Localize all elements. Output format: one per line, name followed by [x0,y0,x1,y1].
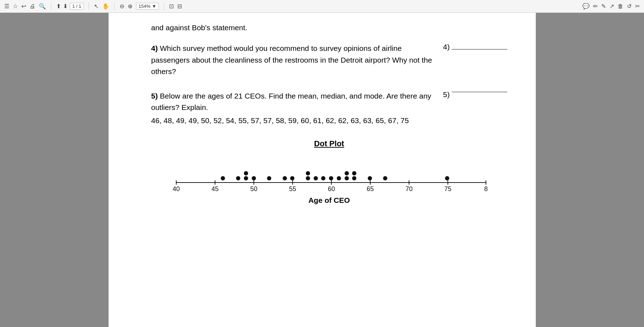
question-5-answer-area: 5) [436,90,507,99]
sep2 [89,3,89,10]
dotplot-title: Dot Plot [314,139,344,148]
toolbar-right: 💬 ✏ ✎ ↗ 🗑 ↺ ✂ [582,3,640,10]
dotplot-svg: 40 45 50 55 60 65 [166,157,493,192]
question-4-answer-area: 4) [436,43,507,51]
print-icon[interactable]: 🖨 [30,3,35,10]
dotplot-xlabel: Age of CEO [308,196,350,205]
question-5-line [452,92,507,92]
main-area: and against Bob's statement. 4) Which su… [0,13,644,327]
svg-text:60: 60 [328,185,335,192]
page-up-icon[interactable]: ⬆ [56,3,61,10]
dot-50 [252,176,256,180]
dot-54 [283,176,287,180]
dot-63a [352,176,356,180]
svg-text:40: 40 [172,185,179,192]
svg-text:75: 75 [444,185,451,192]
page-total: 1 [79,4,81,9]
dot-65 [368,176,372,180]
svg-text:50: 50 [250,185,257,192]
highlight-icon[interactable]: ✎ [601,3,606,10]
zoom-value: 154% [138,4,150,9]
dot-63b [352,171,356,175]
dot-58 [314,176,318,180]
menu-icon[interactable]: ☰ [4,3,9,10]
dot-57b [306,171,310,175]
dot-46 [221,176,225,180]
cursor-icon[interactable]: ↖ [94,3,99,10]
intro-text: and against Bob's statement. [151,23,507,32]
question-4-line [452,49,507,49]
page-nav: ⬆ ⬇ 1 / 1 [56,3,84,10]
sep1 [51,3,51,10]
zoom-selector[interactable]: 154% ▼ [136,3,159,10]
dotplot-chart: 40 45 50 55 60 65 [166,157,493,192]
dot-49b [244,171,248,175]
dot-62a [345,176,349,180]
question-4-body: Which survey method would you recommend … [151,44,432,75]
svg-text:8: 8 [484,185,487,192]
history-icon[interactable]: ↩ [21,3,26,10]
zoom-in-icon[interactable]: ⊕ [128,3,132,10]
zoom-out-icon[interactable]: ⊖ [120,3,124,10]
dot-67 [383,176,387,180]
toolbar: ☰ ☆ ↩ 🖨 🔍 ⬆ ⬇ 1 / 1 ↖ ✋ ⊖ ⊕ 154% ▼ ⊡ ⊟ 💬… [0,0,644,13]
fit-width-icon[interactable]: ⊟ [177,3,182,10]
question-4-label: 4) [443,43,450,51]
dot-57a [306,176,310,180]
question-5-block: 5) Below are the ages of 21 CEOs. Find t… [151,90,507,127]
share-icon[interactable]: ↗ [609,3,614,10]
zoom-dropdown-icon: ▼ [152,4,157,9]
dotplot-container: Dot Plot 40 45 50 [151,139,507,205]
question-5-body: Below are the ages of 21 CEOs. Find the … [151,92,431,112]
page-indicator: 1 / 1 [70,3,84,10]
undo-icon[interactable]: ↺ [627,3,632,10]
question-5-label: 5) [443,90,450,99]
dot-55 [290,176,294,180]
search-icon[interactable]: 🔍 [39,3,46,10]
page-current: 1 [72,4,75,9]
question-5-data: 46, 48, 49, 49, 50, 52, 54, 55, 57, 57, … [151,115,436,127]
dot-75 [445,176,449,180]
question-4-text: 4) Which survey method would you recomme… [151,43,436,78]
scissors-icon[interactable]: ✂ [635,3,640,10]
document-page: and against Bob's statement. 4) Which su… [109,13,536,327]
pen-icon[interactable]: ✏ [593,3,598,10]
dot-48 [236,176,240,180]
sep3 [114,3,115,10]
trash-icon[interactable]: 🗑 [618,3,623,10]
svg-text:70: 70 [405,185,412,192]
intro-text-content: and against Bob's statement. [151,23,247,32]
question-5-text: 5) Below are the ages of 21 CEOs. Find t… [151,90,436,127]
bookmark-icon[interactable]: ☆ [13,3,18,10]
dot-62b [345,171,349,175]
comment-icon[interactable]: 💬 [582,3,590,10]
dot-60 [329,176,333,180]
dot-59 [321,176,325,180]
svg-text:65: 65 [366,185,373,192]
page-sep: / [76,4,79,9]
page-down-icon[interactable]: ⬇ [63,3,68,10]
fit-page-icon[interactable]: ⊡ [169,3,174,10]
dot-52 [267,176,271,180]
sep4 [164,3,164,10]
svg-text:55: 55 [289,185,296,192]
dot-49a [244,176,248,180]
question-4-number: 4) [151,44,158,52]
svg-text:45: 45 [211,185,218,192]
question-4-block: 4) Which survey method would you recomme… [151,43,507,78]
question-5-number: 5) [151,92,158,100]
dot-61 [337,176,341,180]
hand-icon[interactable]: ✋ [102,3,109,10]
